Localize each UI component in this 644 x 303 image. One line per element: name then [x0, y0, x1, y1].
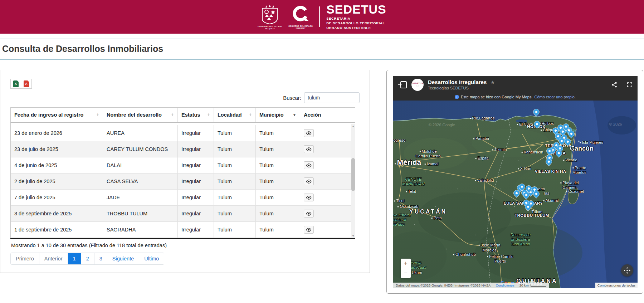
town-dot — [522, 152, 523, 153]
cell-accion — [300, 157, 351, 173]
town-dot — [572, 167, 574, 168]
town-dot — [453, 254, 454, 255]
column-label: Localidad — [218, 112, 242, 118]
share-icon[interactable] — [611, 82, 618, 88]
view-details-button[interactable] — [304, 210, 314, 218]
table-row: 23 de julio de 2025CAREY TULUM CONDOSIrr… — [11, 141, 355, 157]
view-details-button[interactable] — [304, 177, 314, 185]
table-row: 1 de septiembre de 2025SAGRADHAIrregular… — [11, 222, 355, 238]
map-pin-layer — [393, 101, 638, 288]
export-excel-button[interactable]: X — [10, 79, 21, 89]
view-details-button[interactable] — [304, 194, 314, 201]
eye-icon — [306, 212, 312, 216]
cell-localidad: Tulum — [214, 125, 256, 141]
map-label: YUCATÁN — [409, 208, 447, 215]
pagination-page-2[interactable]: 2 — [81, 253, 94, 264]
town-dot — [541, 130, 542, 131]
cell-estatus: Irregular — [178, 206, 214, 221]
map-label: TROBBU TULUM — [514, 213, 549, 218]
zoom-out-button[interactable]: − — [401, 268, 411, 278]
zoom-in-button[interactable]: + — [401, 259, 411, 268]
cell-fecha: 2 de julio de 2025 — [11, 174, 103, 189]
fullscreen-icon[interactable] — [627, 82, 633, 88]
view-details-button[interactable] — [304, 226, 314, 234]
map-zoom-control: + − — [401, 259, 411, 278]
table-header-row: Fecha de ingreso al registro▲▼Nombre del… — [10, 107, 355, 123]
app-header: GOBIERNO DEL ESTADO 2022|2027 GOBIERNO D… — [0, 0, 644, 34]
scroll-up-arrow[interactable]: ▲ — [351, 124, 355, 128]
column-header[interactable]: Nombre del desarrollo▲▼ — [103, 108, 178, 122]
cell-estatus: Irregular — [178, 125, 214, 141]
export-pdf-button[interactable]: A — [21, 79, 32, 89]
panel-toggle-icon[interactable] — [398, 81, 407, 89]
info-icon: i — [455, 95, 459, 99]
sort-desc-icon[interactable]: ▼ — [291, 113, 296, 117]
scrollbar-thumb[interactable] — [351, 158, 355, 191]
map-label: Mérida — [395, 158, 421, 167]
cell-nombre: SAGRADHA — [103, 222, 178, 238]
town-dot — [397, 206, 399, 207]
town-dot — [475, 180, 476, 181]
column-header[interactable]: Estatus▲▼ — [178, 108, 214, 122]
column-header[interactable]: Fecha de ingreso al registro▲▼ — [11, 108, 103, 122]
state-coat-of-arms-logo: GOBIERNO DEL ESTADO 2022|2027 — [258, 4, 282, 30]
pagination-first[interactable]: Primero — [11, 253, 39, 264]
map-subtitle: Tecnologías SEDETUS — [428, 86, 495, 91]
map-pin[interactable] — [532, 108, 540, 116]
column-header[interactable]: Localidad▲▼ — [214, 108, 256, 122]
pagination-next[interactable]: Siguiente — [107, 253, 139, 264]
search-input[interactable] — [304, 92, 360, 103]
map-label: Izamal — [425, 162, 438, 167]
cell-accion — [300, 174, 351, 189]
cell-accion — [300, 125, 351, 141]
column-header[interactable]: Acción — [300, 108, 351, 122]
star-favorite-icon[interactable]: ★ — [491, 79, 495, 85]
cell-fecha: 1 de septiembre de 2025 — [11, 222, 103, 238]
search-label: Buscar: — [283, 95, 301, 101]
pagination-previous[interactable]: Anterior — [39, 253, 68, 264]
table-scrollbar[interactable]: ▲ ▼ — [351, 124, 355, 238]
create-own-map-link[interactable]: Cómo crear uno propio. — [534, 95, 576, 99]
terms-link[interactable]: Condiciones — [496, 283, 514, 287]
cell-nombre: AUREA — [103, 125, 178, 141]
pagination-last[interactable]: Último — [139, 253, 164, 264]
cell-estatus: Irregular — [178, 190, 214, 205]
sort-icons[interactable]: ▲▼ — [205, 113, 210, 117]
scroll-down-arrow[interactable]: ▼ — [351, 234, 355, 238]
cell-municipio: Tulum — [256, 141, 300, 157]
town-dot — [431, 218, 433, 219]
sort-icons[interactable]: ▲▼ — [94, 113, 99, 117]
column-header[interactable]: Municipio▼ — [256, 108, 300, 122]
data-table: Fecha de ingreso al registro▲▼Nombre del… — [10, 107, 355, 238]
map-label: © 2026 — [609, 122, 622, 127]
table-body: 23 de enero de 2026AUREAIrregularTulumTu… — [10, 123, 355, 238]
logo-caption: GOBIERNO DEL ESTADO 2022|2027 — [258, 25, 282, 30]
pagination-page-1[interactable]: 1 — [68, 253, 81, 264]
map-label: © 2026 Google — [429, 123, 455, 128]
view-details-button[interactable] — [304, 145, 314, 153]
eye-icon — [306, 131, 312, 135]
view-details-button[interactable] — [304, 161, 314, 169]
view-details-button[interactable] — [304, 129, 314, 137]
map-label: Espita — [475, 156, 489, 161]
banner-text: Este mapa se hizo con Google My Maps. — [461, 95, 533, 99]
sort-icons[interactable]: ▲▼ — [169, 113, 174, 117]
cell-localidad: Tulum — [214, 206, 256, 221]
map-label: Vicario — [563, 158, 577, 162]
map-label: Peto — [431, 216, 442, 220]
pagination-page-3[interactable]: 3 — [94, 253, 107, 264]
cell-estatus: Irregular — [178, 141, 214, 157]
map-viewport[interactable]: Río LagartosEl CuyoHolboxChiquiláPanabáT… — [393, 101, 638, 288]
header-divider — [319, 6, 320, 27]
sort-icons[interactable]: ▲▼ — [247, 113, 252, 117]
map-label: Kantunilkín — [522, 150, 543, 155]
map-attribution: Datos del mapa ©2026 Google, INEGI Imáge… — [393, 283, 549, 288]
cell-fecha: 23 de julio de 2025 — [11, 141, 103, 157]
excel-file-icon: X — [13, 80, 19, 87]
eye-icon — [306, 163, 312, 167]
town-dot — [425, 164, 426, 165]
pan-control[interactable] — [621, 264, 633, 277]
map-label: Valladolid — [475, 179, 494, 183]
keyboard-shortcuts-button[interactable]: Combinaciones de teclas — [595, 283, 638, 288]
map-label: ras — [544, 191, 549, 196]
